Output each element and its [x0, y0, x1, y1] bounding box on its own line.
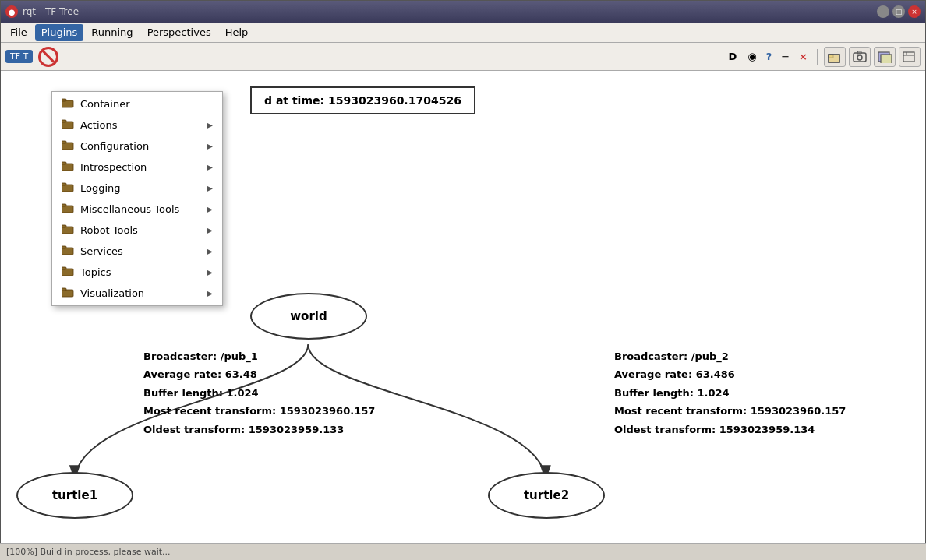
visualization-submenu-arrow: ▶ — [207, 289, 213, 298]
actions-folder-icon — [62, 118, 74, 132]
window-title: rqt - TF Tree — [23, 6, 79, 17]
menu-item-services[interactable]: Services ▶ — [52, 241, 222, 262]
help-button[interactable]: ? — [763, 49, 776, 64]
svg-rect-13 — [62, 99, 66, 101]
configuration-label: Configuration — [80, 140, 149, 152]
toolbar-right: D ◉ ? − × — [724, 47, 921, 67]
title-bar-left: ● rqt - TF Tree — [5, 5, 79, 18]
menu-item-visualization[interactable]: Visualization ▶ — [52, 283, 222, 304]
robottools-submenu-arrow: ▶ — [207, 226, 213, 234]
toolbar-separator — [817, 49, 818, 65]
right-oldest-transform: Oldest transform: 1593023959.134 — [614, 421, 846, 438]
left-oldest-transform: Oldest transform: 1593023959.133 — [143, 421, 375, 438]
right-broadcaster: Broadcaster: /pub_2 — [614, 347, 846, 365]
turtle2-node-label: turtle2 — [524, 488, 569, 502]
actions-submenu-arrow: ▶ — [207, 121, 213, 129]
misctools-folder-icon — [62, 203, 74, 216]
topics-folder-icon — [62, 266, 74, 279]
configuration-submenu-arrow: ▶ — [207, 142, 213, 150]
close-button[interactable]: × — [796, 49, 811, 64]
menu-perspectives[interactable]: Perspectives — [141, 24, 217, 41]
right-broadcaster-info: Broadcaster: /pub_2 Average rate: 63.486… — [614, 347, 846, 438]
menu-item-introspection[interactable]: Introspection ▶ — [52, 157, 222, 178]
maximize-button[interactable]: □ — [892, 5, 905, 18]
visualization-folder-icon — [62, 287, 74, 300]
app-icon: ● — [5, 5, 18, 18]
content-area: d at time: 1593023960.1704526 world — [1, 71, 925, 559]
misctools-submenu-arrow: ▶ — [207, 205, 213, 213]
stop-button[interactable] — [38, 47, 58, 67]
menu-bar: File Plugins Running Perspectives Help — [1, 23, 925, 43]
plugins-menu: Container Actions ▶ — [51, 91, 223, 306]
toolbar-left: TF T — [5, 47, 58, 67]
world-node: world — [250, 293, 367, 340]
plugins-dropdown: Container Actions ▶ — [51, 91, 223, 306]
app-tab-label[interactable]: TF T — [5, 50, 33, 63]
app-window: ● rqt - TF Tree − □ × File Plugins Runni… — [0, 0, 926, 560]
minimize-button[interactable]: − — [877, 5, 889, 18]
snapshot-button[interactable] — [874, 47, 896, 67]
visualization-label: Visualization — [80, 287, 144, 299]
close-window-button[interactable]: × — [908, 5, 921, 18]
status-text: [100%] Build in process, please wait... — [6, 547, 171, 557]
minus-button[interactable]: − — [778, 49, 793, 64]
turtle2-node: turtle2 — [488, 472, 605, 519]
status-bar: [100%] Build in process, please wait... — [0, 543, 926, 560]
config-icon — [903, 51, 917, 63]
services-label: Services — [80, 245, 123, 257]
capture-button[interactable] — [849, 47, 871, 67]
snapshot-icon — [878, 51, 892, 63]
tf-time-info: d at time: 1593023960.1704526 — [264, 94, 461, 107]
svg-point-4 — [857, 55, 862, 60]
right-avg-rate: Average rate: 63.486 — [614, 365, 846, 383]
topics-submenu-arrow: ▶ — [207, 268, 213, 276]
menu-help[interactable]: Help — [219, 24, 255, 41]
menu-item-robottools[interactable]: Robot Tools ▶ — [52, 220, 222, 241]
title-bar-controls: − □ × — [877, 5, 921, 18]
svg-rect-29 — [62, 267, 66, 269]
svg-rect-25 — [62, 225, 66, 227]
svg-rect-21 — [62, 183, 66, 185]
open-button[interactable] — [824, 47, 846, 67]
container-label: Container — [80, 98, 130, 110]
left-buffer-len: Buffer length: 1.024 — [143, 384, 375, 402]
toolbar: TF T D ◉ ? − × — [1, 43, 925, 71]
menu-running[interactable]: Running — [85, 24, 139, 41]
menu-item-topics[interactable]: Topics ▶ — [52, 262, 222, 283]
menu-item-logging[interactable]: Logging ▶ — [52, 178, 222, 199]
capture-icon — [853, 51, 867, 63]
config-button[interactable] — [899, 47, 921, 67]
svg-rect-17 — [62, 141, 66, 143]
circle-button[interactable]: ◉ — [744, 49, 759, 64]
right-recent-transform: Most recent transform: 1593023960.157 — [614, 402, 846, 420]
svg-rect-27 — [62, 246, 66, 248]
topics-label: Topics — [80, 266, 111, 278]
menu-file[interactable]: File — [4, 24, 34, 41]
d-button[interactable]: D — [724, 49, 742, 64]
logging-label: Logging — [80, 182, 121, 194]
robottools-label: Robot Tools — [80, 224, 138, 236]
introspection-label: Introspection — [80, 161, 147, 173]
menu-item-misctools[interactable]: Miscellaneous Tools ▶ — [52, 199, 222, 220]
open-icon — [828, 51, 842, 63]
svg-rect-31 — [62, 288, 66, 291]
svg-rect-8 — [903, 52, 914, 62]
menu-item-container[interactable]: Container — [52, 93, 222, 114]
menu-item-configuration[interactable]: Configuration ▶ — [52, 136, 222, 157]
svg-rect-15 — [62, 120, 66, 122]
turtle1-node-label: turtle1 — [52, 488, 97, 502]
robottools-folder-icon — [62, 224, 74, 237]
introspection-submenu-arrow: ▶ — [207, 163, 213, 171]
svg-rect-2 — [829, 55, 839, 62]
svg-rect-19 — [62, 162, 66, 164]
actions-label: Actions — [80, 119, 118, 131]
left-avg-rate: Average rate: 63.48 — [143, 365, 375, 383]
svg-rect-7 — [881, 55, 892, 63]
menu-plugins[interactable]: Plugins — [35, 24, 84, 41]
menu-item-actions[interactable]: Actions ▶ — [52, 114, 222, 136]
left-broadcaster-info: Broadcaster: /pub_1 Average rate: 63.48 … — [143, 347, 375, 438]
logging-folder-icon — [62, 181, 74, 195]
services-folder-icon — [62, 245, 74, 258]
left-broadcaster: Broadcaster: /pub_1 — [143, 347, 375, 365]
right-buffer-len: Buffer length: 1.024 — [614, 384, 846, 402]
